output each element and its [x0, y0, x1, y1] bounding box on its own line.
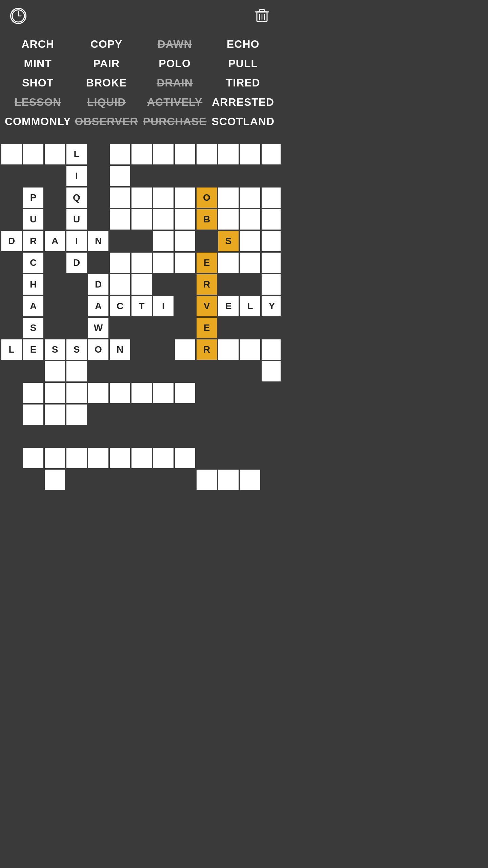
grid-cell[interactable]	[262, 361, 281, 381]
word-item[interactable]: PURCHASE	[141, 113, 209, 131]
word-item[interactable]: PAIR	[72, 55, 141, 73]
grid-cell[interactable]	[240, 209, 260, 230]
grid-cell[interactable]: S	[45, 339, 65, 360]
grid-cell[interactable]	[1, 144, 22, 164]
grid-cell[interactable]: D	[1, 231, 22, 251]
grid-cell[interactable]: A	[88, 296, 108, 316]
grid-cell[interactable]	[218, 188, 239, 208]
trash-button[interactable]	[253, 7, 270, 25]
word-item[interactable]: MINT	[3, 55, 72, 73]
grid-cell[interactable]	[66, 383, 87, 403]
grid-cell[interactable]	[131, 144, 152, 164]
grid-cell[interactable]	[110, 448, 130, 468]
grid-cell[interactable]	[153, 253, 174, 273]
grid-cell[interactable]	[153, 144, 174, 164]
grid-cell[interactable]: L	[66, 144, 87, 164]
word-item[interactable]: DAWN	[141, 35, 209, 53]
word-item[interactable]: TIRED	[209, 74, 277, 92]
grid-cell[interactable]	[153, 448, 174, 468]
word-item[interactable]: LIQUID	[72, 93, 141, 111]
word-item[interactable]: ECHO	[209, 35, 277, 53]
word-item[interactable]: ACTIVELY	[141, 93, 209, 111]
grid-cell[interactable]: S	[218, 231, 239, 251]
grid-cell[interactable]	[197, 470, 217, 490]
grid-cell[interactable]	[240, 339, 260, 360]
word-item[interactable]: PULL	[209, 55, 277, 73]
grid-cell[interactable]	[131, 188, 152, 208]
grid-cell[interactable]	[66, 405, 87, 425]
grid-cell[interactable]	[240, 231, 260, 251]
word-item[interactable]: COPY	[72, 35, 141, 53]
grid-cell[interactable]	[110, 383, 130, 403]
grid-cell[interactable]: H	[23, 274, 43, 295]
grid-cell[interactable]: R	[197, 339, 217, 360]
grid-cell[interactable]: I	[153, 296, 174, 316]
word-item[interactable]: COMMONLY	[3, 113, 72, 131]
grid-cell[interactable]	[110, 188, 130, 208]
grid-cell[interactable]: A	[45, 231, 65, 251]
grid-cell[interactable]	[240, 188, 260, 208]
grid-cell[interactable]	[218, 253, 239, 273]
grid-cell[interactable]: U	[23, 209, 43, 230]
word-item[interactable]: OBSERVER	[72, 113, 141, 131]
grid-cell[interactable]	[110, 144, 130, 164]
grid-cell[interactable]	[66, 361, 87, 381]
grid-cell[interactable]: I	[66, 231, 87, 251]
word-item[interactable]: POLO	[141, 55, 209, 73]
grid-cell[interactable]	[175, 339, 195, 360]
grid-cell[interactable]: S	[23, 318, 43, 338]
grid-cell[interactable]	[110, 166, 130, 186]
grid-cell[interactable]	[153, 231, 174, 251]
grid-cell[interactable]	[110, 209, 130, 230]
grid-cell[interactable]	[218, 470, 239, 490]
word-item[interactable]: ARRESTED	[209, 93, 277, 111]
grid-cell[interactable]	[45, 361, 65, 381]
grid-cell[interactable]	[45, 470, 65, 490]
grid-cell[interactable]	[23, 405, 43, 425]
grid-cell[interactable]: A	[23, 296, 43, 316]
grid-cell[interactable]	[175, 253, 195, 273]
grid-cell[interactable]: Q	[66, 188, 87, 208]
grid-cell[interactable]	[23, 144, 43, 164]
grid-cell[interactable]: D	[66, 253, 87, 273]
crossword-grid[interactable]: LIPQOUUBDRAINSCDEHDRAACTIVELYSWELESSONR	[0, 141, 281, 516]
grid-cell[interactable]	[110, 274, 130, 295]
grid-cell[interactable]	[131, 274, 152, 295]
word-item[interactable]: SHOT	[3, 74, 72, 92]
grid-cell[interactable]	[218, 339, 239, 360]
grid-cell[interactable]: N	[110, 339, 130, 360]
grid-cell[interactable]	[153, 188, 174, 208]
grid-cell[interactable]: C	[110, 296, 130, 316]
grid-cell[interactable]	[175, 144, 195, 164]
grid-cell[interactable]	[262, 231, 281, 251]
grid-cell[interactable]: E	[218, 296, 239, 316]
grid-cell[interactable]	[66, 448, 87, 468]
grid-cell[interactable]	[262, 144, 281, 164]
grid-cell[interactable]: O	[88, 339, 108, 360]
grid-cell[interactable]: R	[197, 274, 217, 295]
grid-cell[interactable]	[175, 188, 195, 208]
grid-cell[interactable]	[240, 470, 260, 490]
grid-cell[interactable]	[131, 253, 152, 273]
grid-cell[interactable]	[175, 448, 195, 468]
grid-cell[interactable]: V	[197, 296, 217, 316]
grid-cell[interactable]: D	[88, 274, 108, 295]
grid-cell[interactable]	[175, 231, 195, 251]
grid-cell[interactable]: W	[88, 318, 108, 338]
grid-cell[interactable]	[175, 383, 195, 403]
grid-cell[interactable]: Y	[262, 296, 281, 316]
grid-cell[interactable]	[88, 448, 108, 468]
grid-cell[interactable]	[88, 383, 108, 403]
grid-cell[interactable]: R	[23, 231, 43, 251]
grid-cell[interactable]	[262, 253, 281, 273]
grid-cell[interactable]	[262, 274, 281, 295]
word-item[interactable]: BROKE	[72, 74, 141, 92]
grid-cell[interactable]	[45, 405, 65, 425]
grid-cell[interactable]: U	[66, 209, 87, 230]
grid-cell[interactable]	[218, 209, 239, 230]
grid-cell[interactable]	[175, 209, 195, 230]
grid-cell[interactable]: L	[1, 339, 22, 360]
grid-cell[interactable]: B	[197, 209, 217, 230]
word-item[interactable]: DRAIN	[141, 74, 209, 92]
grid-cell[interactable]	[240, 144, 260, 164]
